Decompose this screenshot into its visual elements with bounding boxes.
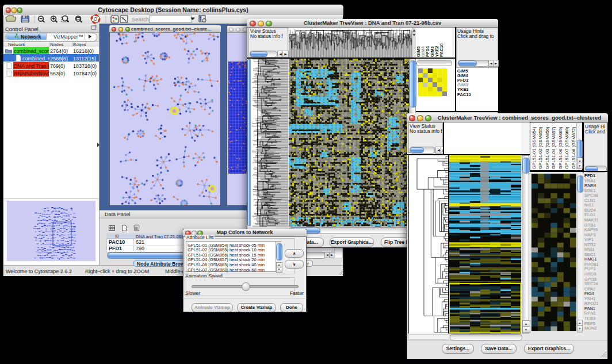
svg-text:GPL51-01 (GSM854): GPL51-01 (GSM854) [531, 127, 537, 169]
svg-text:GPL51-04 (GSM857): GPL51-04 (GSM857) [551, 127, 556, 169]
svg-text:GPL51-08 (GSM872): GPL51-08 (GSM872) [571, 127, 576, 169]
svg-text:PAC10: PAC10 [439, 43, 444, 57]
svg-text:GPL51-03 (GSM856): GPL51-03 (GSM856) [545, 127, 550, 169]
svg-text:GPL51-07 (GSM868): GPL51-07 (GSM868) [564, 127, 569, 169]
svg-text:GPL51-06 (GSM865): GPL51-06 (GSM865) [558, 127, 563, 169]
svg-text:GPL51-02 (GSM855): GPL51-02 (GSM855) [538, 127, 543, 169]
